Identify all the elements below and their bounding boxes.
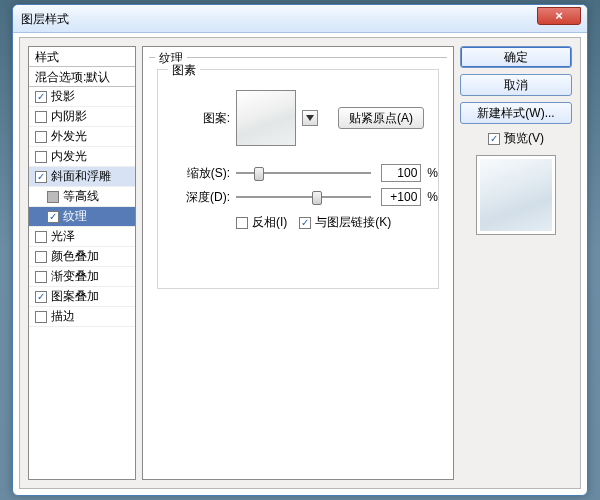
style-item-label: 斜面和浮雕 [51,168,111,185]
link-with-layer-label: 与图层链接(K) [315,214,391,231]
style-item-label: 投影 [51,88,75,105]
depth-slider[interactable] [236,189,371,205]
titlebar[interactable]: 图层样式 × [13,5,587,33]
invert-label: 反相(I) [252,214,287,231]
style-item-label: 外发光 [51,128,87,145]
settings-panel: 纹理 图素 图案: 贴紧原点(A) 缩放(S): 100 % [142,46,454,480]
style-item-3[interactable]: 内发光 [29,147,135,167]
snap-origin-button[interactable]: 贴紧原点(A) [338,107,424,129]
pattern-group-title: 图素 [168,62,200,79]
link-with-layer-checkbox[interactable] [299,217,311,229]
blend-options-item[interactable]: 混合选项:默认 [29,67,135,87]
style-item-label: 图案叠加 [51,288,99,305]
preview-thumbnail [476,155,556,235]
pattern-swatch[interactable] [236,90,296,146]
style-item-label: 内阴影 [51,108,87,125]
style-item-label: 渐变叠加 [51,268,99,285]
close-button[interactable]: × [537,7,581,25]
styles-header: 样式 [29,47,135,67]
scale-slider[interactable] [236,165,371,181]
style-item-9[interactable]: 渐变叠加 [29,267,135,287]
style-checkbox[interactable] [35,231,47,243]
style-item-label: 等高线 [63,188,99,205]
svg-marker-0 [306,115,314,121]
style-item-7[interactable]: 光泽 [29,227,135,247]
depth-input[interactable]: +100 [381,188,421,206]
style-item-label: 描边 [51,308,75,325]
scale-input[interactable]: 100 [381,164,421,182]
preview-label: 预览(V) [504,130,544,147]
pattern-label: 图案: [158,110,230,127]
style-item-11[interactable]: 描边 [29,307,135,327]
style-checkbox[interactable] [35,111,47,123]
style-checkbox[interactable] [35,251,47,263]
scale-label: 缩放(S): [158,165,230,182]
right-buttons: 确定 取消 新建样式(W)... 预览(V) [460,46,572,235]
style-item-label: 内发光 [51,148,87,165]
window-title: 图层样式 [21,11,69,28]
ok-button[interactable]: 确定 [460,46,572,68]
style-item-label: 光泽 [51,228,75,245]
pattern-group: 图素 图案: 贴紧原点(A) 缩放(S): 100 % 深度( [157,69,439,289]
dialog-window: 图层样式 × 样式 混合选项:默认 投影内阴影外发光内发光斜面和浮雕等高线纹理光… [12,4,588,496]
style-item-2[interactable]: 外发光 [29,127,135,147]
pattern-dropdown-icon[interactable] [302,110,318,126]
style-checkbox[interactable] [35,271,47,283]
style-checkbox[interactable] [35,171,47,183]
style-checkbox[interactable] [35,311,47,323]
new-style-button[interactable]: 新建样式(W)... [460,102,572,124]
style-item-1[interactable]: 内阴影 [29,107,135,127]
preview-checkbox[interactable] [488,133,500,145]
style-item-5[interactable]: 等高线 [29,187,135,207]
style-checkbox[interactable] [47,211,59,223]
style-item-4[interactable]: 斜面和浮雕 [29,167,135,187]
depth-label: 深度(D): [158,189,230,206]
dialog-body: 样式 混合选项:默认 投影内阴影外发光内发光斜面和浮雕等高线纹理光泽颜色叠加渐变… [19,37,581,489]
style-item-0[interactable]: 投影 [29,87,135,107]
style-checkbox[interactable] [35,91,47,103]
styles-panel: 样式 混合选项:默认 投影内阴影外发光内发光斜面和浮雕等高线纹理光泽颜色叠加渐变… [28,46,136,480]
style-item-8[interactable]: 颜色叠加 [29,247,135,267]
percent-label: % [427,190,438,204]
invert-checkbox[interactable] [236,217,248,229]
style-checkbox[interactable] [35,151,47,163]
style-item-label: 颜色叠加 [51,248,99,265]
percent-label: % [427,166,438,180]
style-checkbox[interactable] [35,131,47,143]
style-item-6[interactable]: 纹理 [29,207,135,227]
style-checkbox[interactable] [35,291,47,303]
style-item-label: 纹理 [63,208,87,225]
style-item-10[interactable]: 图案叠加 [29,287,135,307]
style-checkbox[interactable] [47,191,59,203]
cancel-button[interactable]: 取消 [460,74,572,96]
